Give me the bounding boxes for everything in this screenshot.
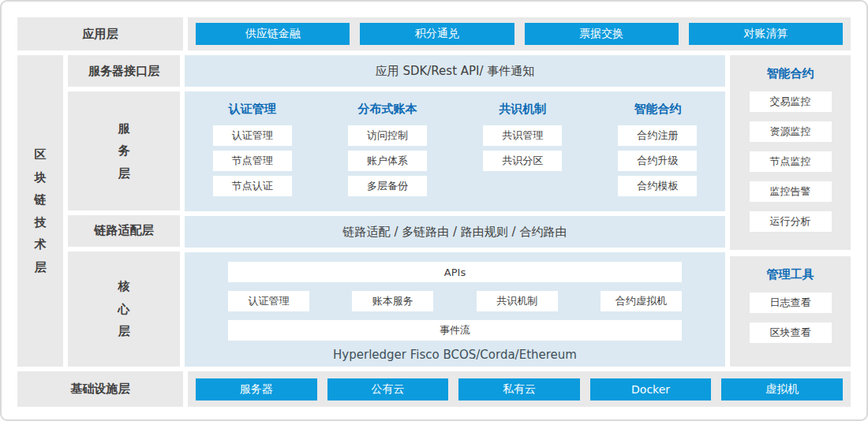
service-chip-cert-mgmt: 认证管理 xyxy=(213,125,292,146)
service-chip-access-control: 访问控制 xyxy=(348,125,427,146)
service-chip-contract-template: 合约模板 xyxy=(618,176,697,196)
infra-button-vm[interactable]: 虚拟机 xyxy=(721,378,843,401)
blockchain-tech-layer-text: 区块链技术层 xyxy=(33,143,48,278)
chip-transaction-monitor: 交易监控 xyxy=(750,91,832,112)
sdk-api-bar: 应用 SDK/Rest API/ 事件通知 xyxy=(185,55,725,87)
service-chip-contract-upgrade: 合约升级 xyxy=(618,151,697,171)
service-column-distributed-ledger: 分布式账本 访问控制 账户体系 多层备份 xyxy=(320,102,455,203)
service-column-consensus: 共识机制 共识管理 共识分区 xyxy=(455,102,590,203)
app-layer-row: 应用层 供应链金融 积分通兑 票据交换 对账清算 xyxy=(17,17,851,50)
service-column-auth: 认证管理 认证管理 节点管理 节点认证 xyxy=(185,102,320,203)
infra-layer-strip: 服务器 公有云 私有云 Docker 虚拟机 xyxy=(188,371,851,407)
chip-node-monitor: 节点监控 xyxy=(750,151,832,172)
app-layer-strip: 供应链金融 积分通兑 票据交换 对账清算 xyxy=(188,17,851,50)
app-button-points-exchange[interactable]: 积分通兑 xyxy=(360,23,514,45)
core-chip-contract-vm: 合约虚拟机 xyxy=(600,291,682,311)
infra-layer-row: 基础设施层 服务器 公有云 私有云 Docker 虚拟机 xyxy=(17,371,851,407)
platforms-text: Hyperledger Fisco BCOS/Corda/Ethereum xyxy=(333,348,577,362)
blockchain-tech-layer-label: 区块链技术层 xyxy=(17,55,63,367)
service-chip-contract-register: 合约注册 xyxy=(618,125,697,146)
management-tools-panel: 管理工具 日志查看 区块查看 xyxy=(730,256,851,367)
server-interface-layer-label: 服务器接口层 xyxy=(68,55,180,87)
infra-button-public-cloud[interactable]: 公有云 xyxy=(327,378,449,401)
management-tools-panel-title: 管理工具 xyxy=(767,267,814,282)
service-layer-label: 服务层 xyxy=(68,91,180,210)
event-stream-bar: 事件流 xyxy=(228,320,682,341)
sublayer-label-column: 服务器接口层 服务层 链路适配层 核心层 xyxy=(68,55,180,367)
core-layer-box: APIs 认证管理 账本服务 共识机制 合约虚拟机 事件流 Hyperledge… xyxy=(185,252,725,367)
service-chip-consensus-partition: 共识分区 xyxy=(483,151,562,171)
app-button-supply-chain-finance[interactable]: 供应链金融 xyxy=(196,23,350,45)
core-chip-cert-mgmt: 认证管理 xyxy=(228,291,309,311)
service-column-consensus-title: 共识机制 xyxy=(499,102,546,117)
smart-contract-panel-title: 智能合约 xyxy=(767,66,814,81)
architecture-diagram-frame: 应用层 供应链金融 积分通兑 票据交换 对账清算 区块链技术层 服务器接口层 服… xyxy=(0,0,868,421)
app-button-bill-exchange[interactable]: 票据交换 xyxy=(525,23,679,45)
service-chip-multilayer-backup: 多层备份 xyxy=(348,176,427,196)
service-layer-box: 认证管理 认证管理 节点管理 节点认证 分布式账本 访问控制 账户体系 多层备份… xyxy=(185,91,725,211)
service-column-contract-title: 智能合约 xyxy=(634,102,681,117)
service-chip-account-system: 账户体系 xyxy=(348,151,427,171)
management-tools-panel-chips: 日志查看 区块查看 xyxy=(750,292,832,343)
service-chip-consensus-mgmt: 共识管理 xyxy=(483,125,562,146)
app-layer-label: 应用层 xyxy=(17,17,183,50)
app-button-reconciliation-clearing[interactable]: 对账清算 xyxy=(689,23,843,45)
service-column-ledger-title: 分布式账本 xyxy=(357,102,417,117)
core-layer-label: 核心层 xyxy=(68,251,180,367)
core-chip-ledger-service: 账本服务 xyxy=(352,291,433,311)
core-chip-consensus: 共识机制 xyxy=(477,291,558,311)
chip-monitor-alert: 监控告警 xyxy=(750,181,832,202)
infra-button-docker[interactable]: Docker xyxy=(590,378,712,401)
smart-contract-monitor-panel: 智能合约 交易监控 资源监控 节点监控 监控告警 运行分析 xyxy=(730,55,851,250)
service-chip-node-mgmt: 节点管理 xyxy=(213,151,292,171)
link-adapter-bar: 链路适配 / 多链路由 / 路由规则 / 合约路由 xyxy=(185,216,725,248)
chip-log-view: 日志查看 xyxy=(750,292,832,313)
link-adapter-layer-label: 链路适配层 xyxy=(68,215,180,247)
chip-runtime-analysis: 运行分析 xyxy=(750,211,832,232)
apis-bar: APIs xyxy=(228,262,682,282)
chip-block-view: 区块查看 xyxy=(750,322,832,343)
right-panel-column: 智能合约 交易监控 资源监控 节点监控 监控告警 运行分析 管理工具 日志查看 … xyxy=(730,55,851,367)
service-column-auth-title: 认证管理 xyxy=(229,102,276,117)
infra-button-server[interactable]: 服务器 xyxy=(196,378,317,401)
infra-layer-label: 基础设施层 xyxy=(17,371,183,407)
blockchain-tech-section: 区块链技术层 服务器接口层 服务层 链路适配层 核心层 应用 SDK/Rest … xyxy=(17,55,851,367)
smart-contract-panel-chips: 交易监控 资源监控 节点监控 监控告警 运行分析 xyxy=(750,91,832,232)
service-layer-text: 服务层 xyxy=(117,117,132,185)
core-layer-text: 核心层 xyxy=(117,275,132,343)
infra-button-private-cloud[interactable]: 私有云 xyxy=(458,378,580,401)
chip-resource-monitor: 资源监控 xyxy=(750,121,832,142)
core-modules-row: 认证管理 账本服务 共识机制 合约虚拟机 xyxy=(228,291,682,311)
main-content-column: 应用 SDK/Rest API/ 事件通知 认证管理 认证管理 节点管理 节点认… xyxy=(185,55,725,367)
service-column-smart-contract: 智能合约 合约注册 合约升级 合约模板 xyxy=(590,102,725,203)
service-chip-node-auth: 节点认证 xyxy=(213,176,292,196)
